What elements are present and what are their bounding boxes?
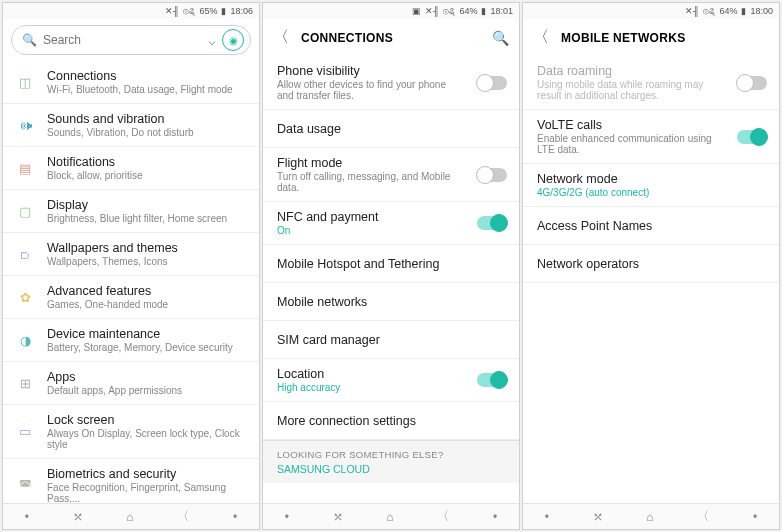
vibrate-icon: ✕╢: [165, 6, 179, 16]
back-icon[interactable]: 〈: [273, 27, 289, 48]
recents-button[interactable]: ⤱: [73, 510, 83, 524]
lock-icon: ▭: [17, 424, 33, 439]
item-display[interactable]: ▢ DisplayBrightness, Blue light filter, …: [3, 190, 259, 233]
wifi-icon: ⊚ୡ: [703, 6, 715, 17]
item-notifications[interactable]: ▤ NotificationsBlock, allow, prioritise: [3, 147, 259, 190]
item-mobile-networks[interactable]: Mobile networks: [263, 283, 519, 321]
sounds-icon: 🕪: [17, 118, 33, 133]
battery-icon: ▮: [481, 6, 486, 16]
picture-icon: ▣: [412, 6, 421, 16]
item-phone-visibility[interactable]: Phone visibilityAllow other devices to f…: [263, 56, 519, 110]
footer-link[interactable]: SAMSUNG CLOUD: [277, 463, 505, 475]
search-icon: 🔍: [22, 33, 37, 47]
settings-main-screen: ✕╢ ⊚ୡ 65% ▮ 18:06 🔍 ⌵ ◉ ◫ ConnectionsWi-…: [2, 2, 260, 530]
advanced-icon: ✿: [17, 290, 33, 305]
home-button[interactable]: ⌂: [646, 510, 653, 524]
item-device-maintenance[interactable]: ◑ Device maintenanceBattery, Storage, Me…: [3, 319, 259, 362]
connections-screen: ▣ ✕╢ ⊚ୡ 64% ▮ 18:01 〈 CONNECTIONS 🔍 Phon…: [262, 2, 520, 530]
item-more-connection[interactable]: More connection settings: [263, 402, 519, 440]
toggle-flight-mode[interactable]: [477, 168, 507, 182]
item-location[interactable]: LocationHigh accuracy: [263, 359, 519, 402]
dot-icon: •: [493, 510, 497, 524]
wallpapers-icon: ⫐: [17, 247, 33, 262]
battery-percent: 64%: [719, 6, 737, 16]
battery-icon: ▮: [741, 6, 746, 16]
item-data-usage[interactable]: Data usage: [263, 110, 519, 148]
recents-button[interactable]: ⤱: [593, 510, 603, 524]
status-bar: ✕╢ ⊚ୡ 65% ▮ 18:06: [3, 3, 259, 19]
back-icon[interactable]: 〈: [533, 27, 549, 48]
page-title: MOBILE NETWORKS: [561, 31, 686, 45]
toggle-nfc[interactable]: [477, 216, 507, 230]
nav-bar: • ⤱ ⌂ 〈 •: [523, 503, 779, 529]
item-advanced[interactable]: ✿ Advanced featuresGames, One-handed mod…: [3, 276, 259, 319]
footer-hint[interactable]: LOOKING FOR SOMETHING ELSE? SAMSUNG CLOU…: [263, 440, 519, 483]
connections-icon: ◫: [17, 75, 33, 90]
biometrics-icon: ◚: [17, 478, 33, 493]
item-sim-manager[interactable]: SIM card manager: [263, 321, 519, 359]
item-wallpapers[interactable]: ⫐ Wallpapers and themesWallpapers, Theme…: [3, 233, 259, 276]
item-lock-screen[interactable]: ▭ Lock screenAlways On Display, Screen l…: [3, 405, 259, 459]
back-button[interactable]: 〈: [437, 508, 449, 525]
toggle-location[interactable]: [477, 373, 507, 387]
item-volte[interactable]: VoLTE callsEnable enhanced communication…: [523, 110, 779, 164]
search-input[interactable]: [43, 33, 202, 47]
mic-icon[interactable]: ⌵: [208, 33, 216, 48]
item-nfc[interactable]: NFC and paymentOn: [263, 202, 519, 245]
battery-percent: 65%: [199, 6, 217, 16]
dot-icon: •: [753, 510, 757, 524]
item-biometrics[interactable]: ◚ Biometrics and securityFace Recognitio…: [3, 459, 259, 503]
notifications-icon: ▤: [17, 161, 33, 176]
wifi-icon: ⊚ୡ: [183, 6, 195, 17]
item-network-mode[interactable]: Network mode4G/3G/2G (auto connect): [523, 164, 779, 207]
settings-list: ◫ ConnectionsWi-Fi, Bluetooth, Data usag…: [3, 61, 259, 503]
toggle-data-roaming[interactable]: [737, 76, 767, 90]
footer-heading: LOOKING FOR SOMETHING ELSE?: [277, 449, 505, 460]
vibrate-icon: ✕╢: [425, 6, 439, 16]
item-sounds[interactable]: 🕪 Sounds and vibrationSounds, Vibration,…: [3, 104, 259, 147]
back-button[interactable]: 〈: [177, 508, 189, 525]
item-network-operators[interactable]: Network operators: [523, 245, 779, 283]
header: 〈 MOBILE NETWORKS: [523, 19, 779, 56]
device-icon: ◑: [17, 333, 33, 348]
mobile-networks-screen: ✕╢ ⊚ୡ 64% ▮ 18:00 〈 MOBILE NETWORKS Data…: [522, 2, 780, 530]
dot-icon: •: [285, 510, 289, 524]
profile-button[interactable]: ◉: [222, 29, 244, 51]
item-flight-mode[interactable]: Flight modeTurn off calling, messaging, …: [263, 148, 519, 202]
clock: 18:01: [490, 6, 513, 16]
item-hotspot[interactable]: Mobile Hotspot and Tethering: [263, 245, 519, 283]
nav-bar: • ⤱ ⌂ 〈 •: [263, 503, 519, 529]
battery-icon: ▮: [221, 6, 226, 16]
display-icon: ▢: [17, 204, 33, 219]
item-apps[interactable]: ⊞ AppsDefault apps, App permissions: [3, 362, 259, 405]
item-data-roaming[interactable]: Data roamingUsing mobile data while roam…: [523, 56, 779, 110]
search-icon[interactable]: 🔍: [492, 30, 509, 46]
nav-bar: • ⤱ ⌂ 〈 •: [3, 503, 259, 529]
page-title: CONNECTIONS: [301, 31, 393, 45]
status-bar: ▣ ✕╢ ⊚ୡ 64% ▮ 18:01: [263, 3, 519, 19]
mobile-networks-list: Data roamingUsing mobile data while roam…: [523, 56, 779, 503]
status-bar: ✕╢ ⊚ୡ 64% ▮ 18:00: [523, 3, 779, 19]
dot-icon: •: [233, 510, 237, 524]
battery-percent: 64%: [459, 6, 477, 16]
recents-button[interactable]: ⤱: [333, 510, 343, 524]
clock: 18:00: [750, 6, 773, 16]
search-bar[interactable]: 🔍 ⌵ ◉: [11, 25, 251, 55]
item-apn[interactable]: Access Point Names: [523, 207, 779, 245]
dot-icon: •: [25, 510, 29, 524]
home-button[interactable]: ⌂: [386, 510, 393, 524]
toggle-phone-visibility[interactable]: [477, 76, 507, 90]
home-button[interactable]: ⌂: [126, 510, 133, 524]
clock: 18:06: [230, 6, 253, 16]
wifi-icon: ⊚ୡ: [443, 6, 455, 17]
connections-list: Phone visibilityAllow other devices to f…: [263, 56, 519, 503]
apps-icon: ⊞: [17, 376, 33, 391]
header: 〈 CONNECTIONS 🔍: [263, 19, 519, 56]
item-connections[interactable]: ◫ ConnectionsWi-Fi, Bluetooth, Data usag…: [3, 61, 259, 104]
toggle-volte[interactable]: [737, 130, 767, 144]
vibrate-icon: ✕╢: [685, 6, 699, 16]
back-button[interactable]: 〈: [697, 508, 709, 525]
dot-icon: •: [545, 510, 549, 524]
